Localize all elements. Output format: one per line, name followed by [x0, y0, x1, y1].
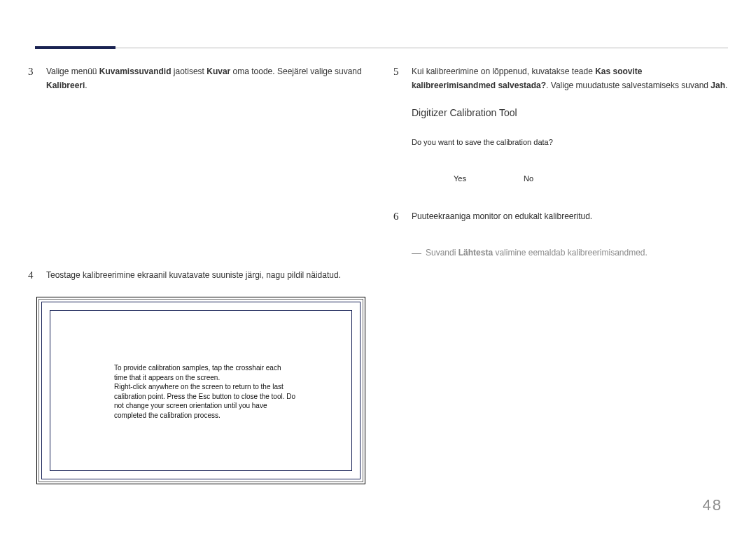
step-body: Kui kalibreerimine on lõppenud, kuvataks… [412, 63, 728, 93]
text: Kui kalibreerimine on lõppenud, kuvataks… [412, 66, 595, 76]
text: . Valige muudatuste salvestamiseks suvan… [546, 80, 710, 90]
top-accent-bar [35, 46, 115, 49]
step-body: Puuteekraaniga monitor on edukalt kalibr… [412, 208, 728, 226]
step-body: Teostage kalibreerimine ekraanil kuvatav… [46, 267, 365, 285]
note-body: Suvandi Lähtesta valimine eemaldab kalib… [426, 246, 648, 260]
bold-text: Kalibreeri [46, 80, 85, 90]
calibration-screenshot: To provide calibration samples, tap the … [36, 297, 365, 484]
reset-note: ― Suvandi Lähtesta valimine eemaldab kal… [412, 246, 728, 260]
yes-button[interactable]: Yes [454, 174, 466, 183]
dialog-title: Digitizer Calibration Tool [412, 107, 692, 118]
bold-text: Lähtesta [458, 248, 493, 258]
step-number: 6 [393, 208, 402, 226]
left-column: 3 Valige menüü Kuvamissuvandid jaotisest… [28, 63, 365, 484]
right-column: 5 Kui kalibreerimine on lõppenud, kuvata… [393, 63, 728, 484]
manual-page: 3 Valige menüü Kuvamissuvandid jaotisest… [0, 0, 756, 534]
step-5: 5 Kui kalibreerimine on lõppenud, kuvata… [393, 63, 728, 93]
dialog-message: Do you want to save the calibration data… [412, 138, 692, 146]
dialog-buttons: Yes No [454, 174, 692, 183]
text: . [85, 80, 87, 90]
top-divider [35, 48, 728, 48]
text: oma toode. Seejärel valige suvand [230, 66, 361, 76]
bold-text: Kuvamissuvandid [99, 66, 172, 76]
bold-text: Jah [710, 80, 725, 90]
text: valimine eemaldab kalibreerimisandmed. [493, 248, 648, 258]
text: . [725, 80, 727, 90]
text: Suvandi [426, 248, 458, 258]
text: Valige menüü [46, 66, 99, 76]
content-columns: 3 Valige menüü Kuvamissuvandid jaotisest… [28, 63, 728, 484]
step-body: Valige menüü Kuvamissuvandid jaotisest K… [46, 63, 365, 93]
bold-text: Kuvar [206, 66, 230, 76]
step-3: 3 Valige menüü Kuvamissuvandid jaotisest… [28, 63, 365, 93]
note-dash-icon: ― [412, 246, 421, 260]
step-6: 6 Puuteekraaniga monitor on edukalt kali… [393, 208, 728, 226]
step-number: 5 [393, 63, 402, 93]
page-number: 48 [703, 496, 722, 514]
step-number: 3 [28, 63, 36, 93]
step-4: 4 Teostage kalibreerimine ekraanil kuvat… [28, 267, 365, 285]
no-button[interactable]: No [524, 174, 533, 183]
save-dialog: Digitizer Calibration Tool Do you want t… [412, 107, 692, 183]
text: jaotisest [172, 66, 207, 76]
calibration-instructions: To provide calibration samples, tap the … [114, 363, 296, 420]
step-number: 4 [28, 267, 36, 285]
